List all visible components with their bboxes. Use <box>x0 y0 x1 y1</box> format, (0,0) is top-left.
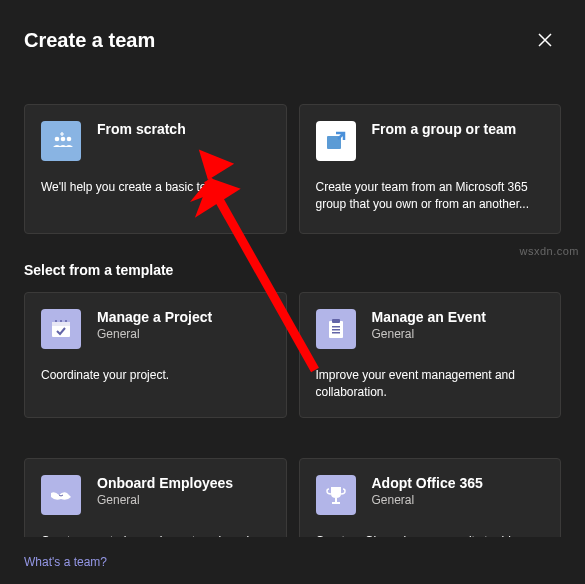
card-subtitle: General <box>372 493 483 507</box>
svg-rect-14 <box>335 498 337 502</box>
svg-rect-15 <box>332 502 340 504</box>
watermark-text: wsxdn.com <box>519 245 579 257</box>
whats-a-team-link[interactable]: What's a team? <box>24 555 107 569</box>
card-title: Onboard Employees <box>97 475 233 491</box>
dialog-title: Create a team <box>24 29 155 52</box>
svg-point-0 <box>55 137 60 142</box>
dialog-footer: What's a team? <box>0 537 585 584</box>
templates-section-title: Select from a template <box>24 262 561 278</box>
card-title: From scratch <box>97 121 186 137</box>
svg-rect-12 <box>332 329 340 331</box>
manage-project-card[interactable]: Manage a Project General Coordinate your… <box>24 292 287 418</box>
clipboard-list-icon <box>316 309 356 349</box>
from-group-card[interactable]: From a group or team Create your team fr… <box>299 104 562 234</box>
create-team-dialog: Create a team <box>0 0 585 584</box>
card-description: Create your team from an Microsoft 365 g… <box>316 179 545 213</box>
svg-point-7 <box>60 320 62 322</box>
main-options-row: From scratch We'll help you create a bas… <box>24 104 561 234</box>
close-button[interactable] <box>529 24 561 56</box>
group-arrow-icon <box>316 121 356 161</box>
close-icon <box>538 33 552 47</box>
from-scratch-card[interactable]: From scratch We'll help you create a bas… <box>24 104 287 234</box>
card-subtitle: General <box>97 493 233 507</box>
trophy-icon <box>316 475 356 515</box>
svg-rect-10 <box>332 319 340 323</box>
card-description: We'll help you create a basic team. <box>41 179 270 196</box>
manage-event-card[interactable]: Manage an Event General Improve your eve… <box>299 292 562 418</box>
card-title: From a group or team <box>372 121 517 137</box>
card-description: Coordinate your project. <box>41 367 270 384</box>
card-title: Manage an Event <box>372 309 486 325</box>
card-title: Adopt Office 365 <box>372 475 483 491</box>
handshake-icon <box>41 475 81 515</box>
svg-point-1 <box>61 137 66 142</box>
calendar-check-icon <box>41 309 81 349</box>
card-description: Improve your event management and collab… <box>316 367 545 401</box>
people-add-icon <box>41 121 81 161</box>
dialog-header: Create a team <box>24 24 561 56</box>
card-subtitle: General <box>372 327 486 341</box>
svg-point-6 <box>55 320 57 322</box>
svg-rect-11 <box>332 326 340 328</box>
card-subtitle: General <box>97 327 212 341</box>
svg-rect-5 <box>52 322 70 326</box>
svg-rect-13 <box>332 332 340 334</box>
svg-point-2 <box>67 137 72 142</box>
card-title: Manage a Project <box>97 309 212 325</box>
svg-point-8 <box>65 320 67 322</box>
